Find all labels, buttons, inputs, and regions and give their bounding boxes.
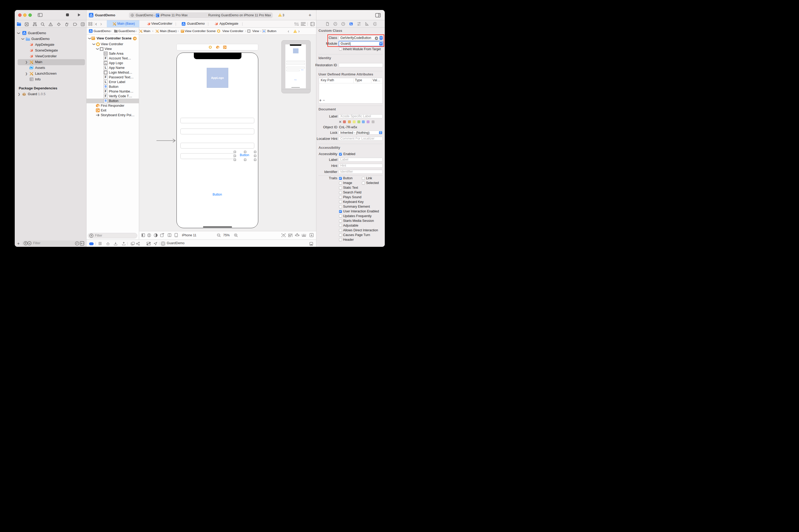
svg-text:?: ? [342, 23, 344, 25]
svg-text:1: 1 [218, 47, 219, 49]
svg-text:Button: Button [294, 79, 297, 80]
svg-text:B: B [263, 30, 265, 33]
svg-text:Button: Button [301, 69, 303, 70]
svg-text:1: 1 [98, 106, 99, 107]
